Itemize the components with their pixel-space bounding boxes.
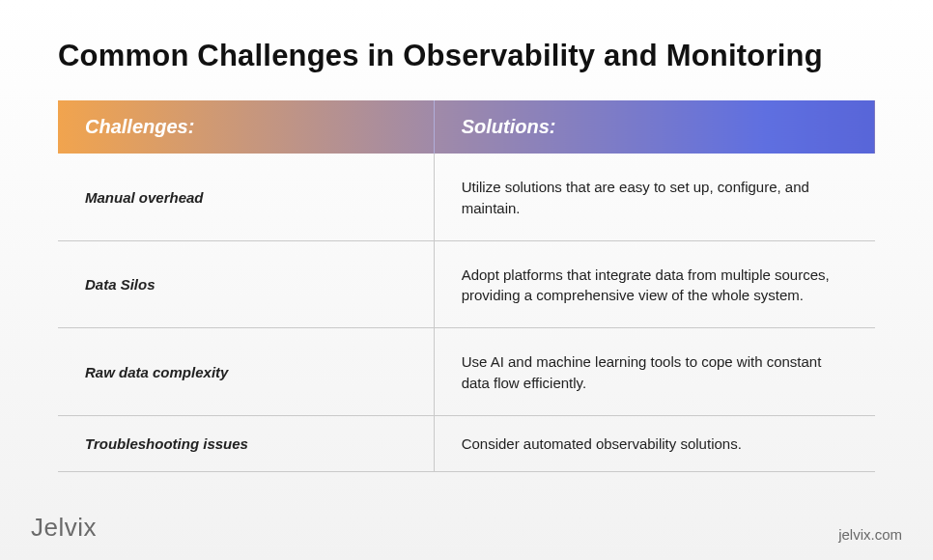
challenges-table: Challenges: Solutions: Manual overhead U…: [58, 100, 875, 472]
site-url: jelvix.com: [838, 526, 902, 543]
table-row: Raw data complexity Use AI and machine l…: [58, 328, 875, 416]
table-row: Manual overhead Utilize solutions that a…: [58, 154, 875, 240]
solution-cell: Consider automated observability solutio…: [434, 415, 875, 472]
challenge-cell: Troubleshooting issues: [58, 415, 434, 472]
header-solutions: Solutions:: [434, 100, 875, 154]
page-title: Common Challenges in Observability and M…: [58, 39, 875, 73]
solution-cell: Use AI and machine learning tools to cop…: [434, 328, 875, 416]
challenge-cell: Raw data complexity: [58, 328, 434, 416]
header-challenges: Challenges:: [58, 100, 434, 154]
table-header-row: Challenges: Solutions:: [58, 100, 875, 154]
brand-logo: Jelvix: [31, 513, 97, 543]
solution-cell: Adopt platforms that integrate data from…: [434, 240, 875, 328]
table-row: Data Silos Adopt platforms that integrat…: [58, 240, 875, 328]
challenge-cell: Data Silos: [58, 240, 434, 328]
challenge-cell: Manual overhead: [58, 154, 434, 240]
table-row: Troubleshooting issues Consider automate…: [58, 415, 875, 472]
solution-cell: Utilize solutions that are easy to set u…: [434, 154, 875, 240]
